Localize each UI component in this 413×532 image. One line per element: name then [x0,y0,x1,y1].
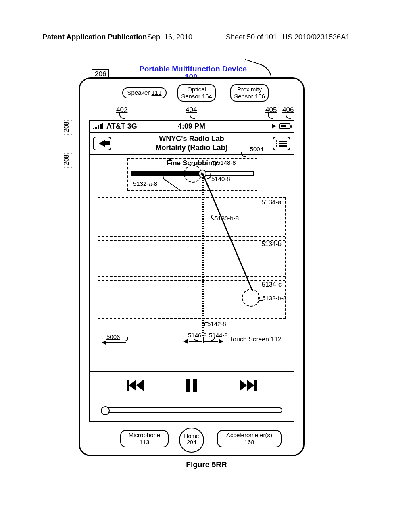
nav-title-line1: WNYC's Radio Lab [156,135,228,143]
hook-404 [190,113,195,119]
ref-5134-b: 5134-b [261,241,282,248]
back-arrow-icon [99,140,105,147]
bidir-arrow [183,339,223,344]
ref-404: 404 [186,106,197,114]
touch-screen[interactable]: AT&T 3G 4:09 PM WNYC's Radio Lab Mortali… [89,120,294,422]
header-sheet: Sheet 50 of 101 [226,33,277,42]
header-date: Sep. 16, 2010 [147,33,192,42]
header-pubno: US 2010/0231536A1 [282,33,350,42]
ref-402: 402 [116,106,127,114]
hook-5132b [258,297,263,301]
ref-5004: 5004 [250,145,263,153]
zone-divider-b2 [98,240,285,241]
previous-button[interactable] [127,380,144,391]
volume-row [90,399,294,422]
device-bottom-row: Microphone113 Home204 Accelerometer(s)16… [80,426,303,452]
device-top-row: Speaker 111 Optical Sensor 164 Proximity… [80,84,303,104]
ref-5132-b-8: 5132-b-8 [262,295,286,301]
zone-divider-b1 [98,236,285,237]
ref-5142-8: 5142-8 [207,320,226,327]
status-bar: AT&T 3G 4:09 PM [90,121,294,133]
play-indicator-icon [272,124,276,129]
list-button[interactable] [273,137,290,150]
page-header: Patent Application Publication Sep. 16, … [42,33,373,43]
ref-5130-b-8: 5130-b-8 [215,215,239,222]
touch-end-circle [242,289,260,307]
touch-screen-label: Touch Screen 112 [229,336,282,343]
hook-402 [119,113,125,119]
ref-208-b: 208 [63,154,70,165]
optical-sensor-label: Optical Sensor 164 [177,84,216,102]
device-title: Portable Multifunction Device [139,64,247,73]
home-button[interactable]: Home204 [179,428,204,453]
ref-406: 406 [282,106,294,114]
nav-bar: WNYC's Radio Lab Mortality (Radio Lab) 5… [90,133,294,155]
back-button[interactable] [93,137,111,150]
header-pub: Patent Application Publication [42,33,147,41]
proximity-sensor-label: Proximity Sensor 166 [230,84,269,102]
ref-5134-a: 5134-a [261,199,282,206]
zone-divider-c1 [98,276,285,277]
volume-track[interactable] [101,407,282,413]
clock: 4:09 PM [178,122,205,131]
arrow-5006 [102,341,126,345]
pause-button[interactable] [186,379,197,392]
zone-divider-c2 [98,280,285,281]
speaker-label: Speaker 111 [122,87,167,98]
ref-208-a: 208 [63,121,70,132]
microphone-label: Microphone113 [120,430,169,447]
hook-405 [268,113,273,119]
hook-5146 [194,337,198,341]
volume-knob[interactable] [101,406,110,415]
signal-icon [93,123,104,129]
ref-5132-a-8: 5132-a-8 [133,180,157,187]
battery-icon [279,123,290,129]
ref-5134-c: 5134-c [262,281,282,288]
next-button[interactable] [240,380,257,391]
nav-title-line2: Mortality (Radio Lab) [156,143,228,152]
carrier-label: AT&T 3G [106,122,137,131]
figure-caption: Figure 5RR [186,460,227,469]
device-outline: Speaker 111 Optical Sensor 164 Proximity… [79,77,305,456]
playback-controls [90,371,294,399]
ref-5148-8: 5148-8 [217,159,236,166]
touch-start-circle [184,165,202,183]
accelerometer-label: Accelerometer(s)168 [217,430,282,447]
content-area[interactable]: Fine Scrubbing 5148-8 5140-8 5132-a-8 51… [90,155,294,371]
ref-5006: 5006 [106,333,120,340]
vertical-guide-line [202,175,204,336]
ref-405: 405 [265,106,277,114]
hook-5142 [204,322,208,326]
hook-406 [286,113,291,119]
ref-5140-8: 5140-8 [211,175,230,182]
